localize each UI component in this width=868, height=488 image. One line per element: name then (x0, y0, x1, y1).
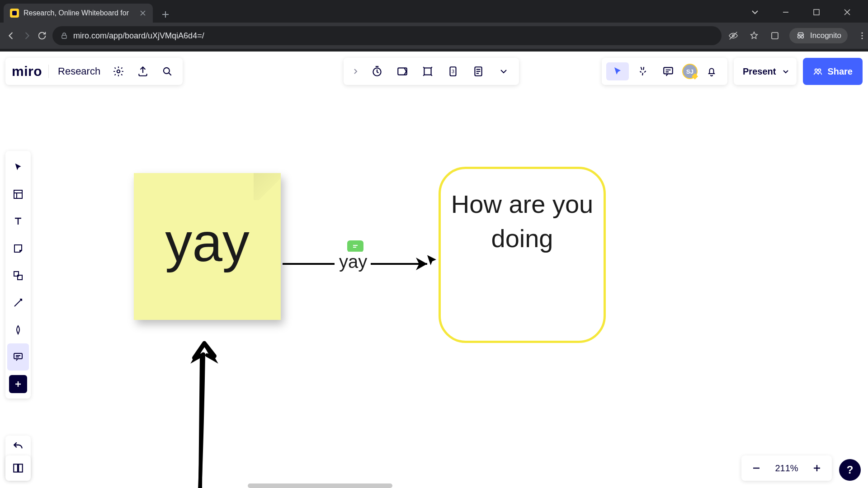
browser-address-bar: miro.com/app/board/uXjVMqiA6d4=/ Incogni… (0, 23, 868, 49)
svg-point-6 (861, 32, 863, 33)
zoom-value[interactable]: 211% (769, 463, 805, 474)
board-header-right: SJ Present Share (602, 58, 863, 85)
comment-tool[interactable] (7, 343, 29, 371)
eye-off-icon[interactable] (727, 29, 740, 42)
frames-panel-button[interactable] (5, 455, 31, 481)
export-button[interactable] (134, 62, 152, 80)
incognito-chip[interactable]: Incognito (789, 28, 848, 43)
svg-rect-20 (14, 190, 22, 198)
lock-icon (61, 32, 68, 39)
svg-point-4 (798, 36, 801, 38)
svg-point-10 (164, 68, 170, 74)
svg-rect-0 (814, 9, 819, 15)
svg-rect-17 (664, 67, 673, 74)
extensions-icon[interactable] (769, 29, 781, 42)
address-bar-right: Incognito (727, 28, 868, 43)
zoom-in-button[interactable] (807, 458, 827, 479)
miro-logo[interactable]: miro (12, 64, 42, 79)
window-maximize-button[interactable] (807, 5, 826, 19)
svg-point-7 (861, 35, 863, 36)
timer-button[interactable] (365, 62, 389, 80)
bookmark-star-icon[interactable] (748, 29, 760, 42)
svg-text:3: 3 (452, 69, 454, 74)
help-label: ? (847, 464, 854, 476)
window-minimize-button[interactable] (777, 5, 795, 19)
reactions-button[interactable] (632, 62, 654, 80)
omnibox-url: miro.com/app/board/uXjVMqiA6d4=/ (73, 31, 713, 41)
svg-rect-13 (424, 68, 431, 75)
estimation-button[interactable]: 3 (441, 62, 465, 80)
help-button[interactable]: ? (839, 459, 861, 481)
left-toolbar (5, 151, 31, 399)
horizontal-scrollbar[interactable] (248, 483, 392, 488)
incognito-icon (796, 31, 806, 41)
connector-label[interactable]: yay (337, 252, 369, 272)
svg-point-9 (117, 70, 120, 73)
zoom-out-button[interactable] (746, 458, 767, 479)
browser-menu-icon[interactable] (856, 29, 868, 42)
select-tool[interactable] (7, 154, 29, 181)
top-apps-toolbar: 3 (344, 58, 519, 85)
sticky-fold-icon (254, 173, 281, 200)
window-close-button[interactable] (838, 5, 856, 19)
shapes-tool[interactable] (7, 262, 29, 289)
board-name[interactable]: Research (55, 66, 103, 77)
browser-chrome: Research, Online Whiteboard for miro.com… (0, 0, 868, 52)
svg-rect-25 (19, 464, 23, 472)
incognito-label: Incognito (810, 31, 841, 40)
chevron-down-icon[interactable] (780, 68, 791, 75)
share-button[interactable]: Share (803, 58, 863, 85)
svg-point-19 (818, 69, 821, 72)
browser-omnibox[interactable]: miro.com/app/board/uXjVMqiA6d4=/ (52, 26, 722, 45)
present-label: Present (743, 66, 776, 77)
connector-comment-icon[interactable] (347, 240, 363, 252)
templates-tool[interactable] (7, 181, 29, 208)
connection-line-tool[interactable] (7, 289, 29, 316)
browser-back-button[interactable] (6, 28, 16, 44)
browser-titlebar: Research, Online Whiteboard for (0, 0, 868, 23)
window-controls (746, 5, 864, 23)
expand-toolbar-icon[interactable] (347, 68, 363, 75)
text-tool[interactable] (7, 208, 29, 235)
note-button[interactable] (467, 62, 490, 80)
svg-point-8 (861, 38, 863, 39)
miro-app: miro Research 3 SJ Present Share (0, 52, 868, 488)
board-header-left: miro Research (5, 58, 183, 85)
zoom-controls: 211% (741, 455, 832, 481)
undo-button[interactable] (12, 441, 24, 452)
new-tab-button[interactable] (157, 6, 174, 23)
pen-tool[interactable] (7, 316, 29, 343)
comments-button[interactable] (657, 62, 679, 80)
browser-forward-button[interactable] (22, 28, 32, 44)
svg-point-5 (801, 36, 804, 38)
sticky-note[interactable]: yay (134, 173, 281, 320)
attention-button[interactable] (416, 62, 439, 80)
user-avatar[interactable]: SJ (682, 64, 698, 79)
more-apps-button[interactable] (492, 62, 515, 80)
freehand-arrow[interactable] (182, 341, 227, 488)
share-label: Share (827, 66, 853, 77)
people-icon (813, 66, 823, 76)
svg-rect-3 (772, 33, 778, 39)
chevron-down-icon[interactable] (746, 5, 764, 19)
shape-text[interactable]: How are you doing (441, 187, 604, 255)
svg-point-18 (815, 69, 818, 72)
divider (48, 65, 49, 78)
miro-favicon (10, 9, 19, 18)
tab-close-icon[interactable] (139, 9, 146, 17)
avatar-initials: SJ (686, 68, 693, 75)
rounded-rectangle-shape[interactable]: How are you doing (439, 167, 606, 343)
sticky-note-tool[interactable] (7, 235, 29, 262)
sticky-note-text[interactable]: yay (165, 215, 250, 269)
search-button[interactable] (158, 62, 176, 80)
voting-button[interactable] (391, 62, 414, 80)
tab-title: Research, Online Whiteboard for (24, 9, 135, 17)
browser-tab[interactable]: Research, Online Whiteboard for (4, 4, 153, 23)
present-button[interactable]: Present (734, 58, 797, 85)
cursor-tool-button[interactable] (606, 62, 629, 80)
notifications-button[interactable] (700, 62, 723, 80)
browser-reload-button[interactable] (37, 28, 47, 44)
remote-cursor-icon (425, 254, 439, 267)
more-tools-button[interactable] (9, 375, 27, 393)
settings-button[interactable] (109, 62, 127, 80)
